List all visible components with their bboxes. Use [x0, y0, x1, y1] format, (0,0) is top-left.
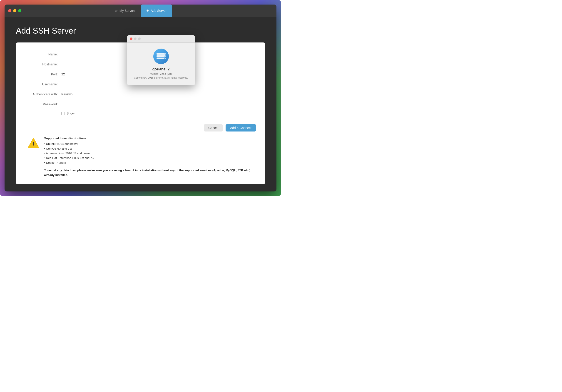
about-close-button[interactable] [130, 37, 132, 40]
warning-icon: ! [27, 136, 39, 150]
about-titlebar [127, 35, 195, 43]
port-label: Port: [25, 72, 61, 76]
page-title: Add SSH Server [16, 26, 265, 36]
main-window: ☆ My Servers + Add Server Add SSH Server… [5, 5, 276, 191]
gopanel-icon [153, 48, 169, 65]
auth-label: Authenticate with: [25, 92, 61, 96]
button-row: Cancel Add & Connect [25, 122, 256, 131]
password-input[interactable] [61, 103, 256, 106]
hostname-label: Hostname: [25, 62, 61, 66]
auth-value: Passwo [61, 92, 72, 96]
name-label: Name: [25, 52, 61, 56]
tab-add-server[interactable]: + Add Server [141, 5, 172, 17]
warning-item-4: • Debian 7 and 8 [44, 161, 254, 165]
show-password-row: Show [25, 109, 256, 117]
about-minimize-button[interactable] [134, 37, 137, 40]
password-label: Password: [25, 103, 61, 106]
warning-item-0: • Ubuntu 14.04 and newer [44, 142, 254, 147]
svg-point-6 [164, 53, 165, 54]
warning-section: ! Supported Linux distributions: • Ubunt… [25, 136, 256, 177]
cancel-button[interactable]: Cancel [204, 124, 223, 131]
warning-item-1: • CentOS 6.x and 7.x [44, 147, 254, 151]
about-body: goPanel 2 Version 2.9.6 (28) Copyright ©… [127, 43, 195, 85]
password-row: Password: [25, 99, 256, 109]
add-connect-button[interactable]: Add & Connect [226, 124, 256, 131]
tab-add-server-label: Add Server [151, 9, 166, 12]
tab-my-servers-label: My Servers [119, 9, 136, 12]
traffic-lights [5, 9, 21, 12]
show-password-label: Show [67, 112, 74, 115]
tab-bar: ☆ My Servers + Add Server [109, 5, 172, 17]
auth-row: Authenticate with: Passwo [25, 89, 256, 99]
star-icon: ☆ [115, 9, 118, 13]
content-area: Add SSH Server Name: Hostname: Port: 22 … [5, 17, 276, 191]
titlebar: ☆ My Servers + Add Server [5, 5, 276, 17]
about-copyright: Copyright © 2018 goPanel.io. All rights … [134, 76, 188, 79]
about-traffic-lights [130, 37, 140, 40]
plus-icon: + [147, 8, 149, 13]
about-dialog[interactable]: goPanel 2 Version 2.9.6 (28) Copyright ©… [127, 35, 195, 85]
svg-point-7 [164, 56, 165, 57]
auth-select[interactable]: Passwo [61, 92, 256, 96]
about-app-name: goPanel 2 [152, 67, 170, 71]
close-button[interactable] [8, 9, 11, 12]
maximize-button[interactable] [18, 9, 21, 12]
about-maximize-button[interactable] [138, 37, 140, 40]
warning-note: To avoid any data loss, please make sure… [44, 168, 254, 178]
tab-my-servers[interactable]: ☆ My Servers [109, 5, 141, 17]
username-label: Username: [25, 82, 61, 86]
warning-text: Supported Linux distributions: • Ubuntu … [44, 136, 254, 177]
minimize-button[interactable] [13, 9, 16, 12]
about-version: Version 2.9.6 (28) [150, 72, 172, 75]
svg-point-8 [164, 58, 165, 59]
show-password-checkbox[interactable] [61, 112, 65, 115]
warning-item-2: • Amazon Linux 2016.03 and newer [44, 151, 254, 156]
warning-item-3: • Red Hat Enterprise Linux 6.x and 7.x [44, 156, 254, 161]
warning-title: Supported Linux distributions: [44, 136, 254, 141]
svg-text:!: ! [33, 141, 35, 148]
